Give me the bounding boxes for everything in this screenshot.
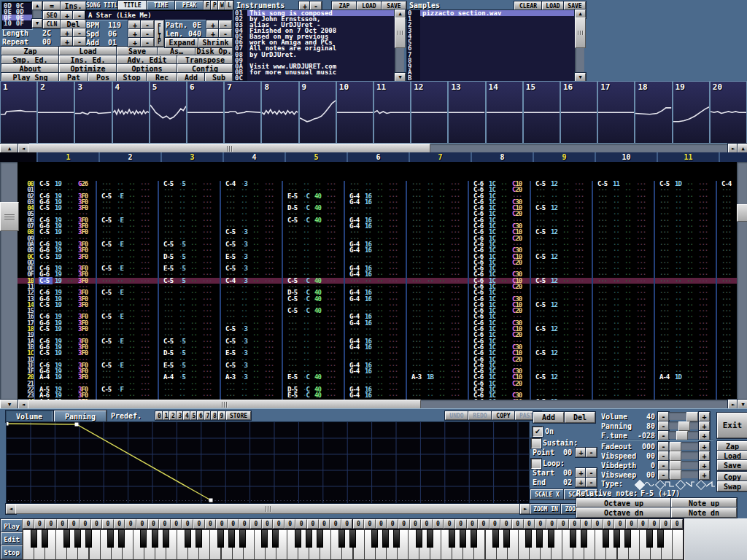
pattern-row[interactable]: 0FG-619··3F0····························…: [0, 271, 747, 277]
length-minus-button[interactable]: -: [73, 28, 86, 37]
piano-black-key[interactable]: [349, 529, 356, 548]
record-digit[interactable]: 0: [250, 519, 262, 529]
piano-black-key[interactable]: [196, 529, 202, 548]
record-digit[interactable]: 0: [433, 519, 444, 529]
stop-button[interactable]: Stop: [1, 545, 23, 559]
pattern-row[interactable]: 1D······································…: [0, 357, 747, 362]
slider-thumb[interactable]: [686, 412, 698, 421]
vibrato-ramp-up-option[interactable]: [696, 480, 706, 490]
piano-black-key[interactable]: [85, 529, 92, 548]
slider-plus-button[interactable]: +: [699, 412, 710, 421]
channel-scope-6[interactable]: 6: [187, 81, 224, 144]
expand-button[interactable]: Expand: [165, 38, 199, 47]
piano-black-key[interactable]: [63, 529, 70, 548]
slider-minus-button[interactable]: -: [658, 412, 669, 421]
record-digit[interactable]: 0: [478, 519, 489, 529]
zoom-in-button[interactable]: ZOOM IN: [530, 504, 561, 514]
record-digit[interactable]: 0: [603, 519, 615, 529]
pattern-row[interactable]: 22A-519··3F0C-5·F·······················…: [0, 386, 747, 392]
instrument-scroll-thumb[interactable]: [395, 18, 406, 48]
channel-scope-4[interactable]: 4: [112, 81, 150, 144]
envelope-canvas[interactable]: [6, 421, 530, 504]
record-digit[interactable]: 0: [193, 519, 205, 529]
shrink-button[interactable]: Shrink: [198, 38, 233, 47]
channel-scope-1[interactable]: 1: [0, 81, 37, 144]
piano-black-key[interactable]: [382, 529, 389, 548]
piano-black-key[interactable]: [471, 529, 477, 548]
envelope-scroll-thumb[interactable]: [15, 504, 521, 514]
record-digit[interactable]: 0: [626, 519, 638, 529]
record-digit[interactable]: 0: [171, 519, 182, 529]
channel-header-7[interactable]: 7: [409, 152, 471, 162]
piano-black-key[interactable]: [646, 529, 653, 548]
record-digit[interactable]: 0: [489, 519, 501, 529]
save-instrument-button[interactable]: Save: [717, 460, 747, 470]
cln-button[interactable]: CLN: [43, 20, 61, 28]
piano-black-key[interactable]: [228, 529, 235, 548]
pattern-row[interactable]: 13G-619··3F0····························…: [0, 296, 747, 302]
channel-scope-10[interactable]: 10: [336, 81, 374, 144]
piano-black-key[interactable]: [581, 529, 587, 548]
pattern-row[interactable]: 15······································…: [0, 308, 747, 314]
record-digit[interactable]: 0: [57, 519, 69, 529]
pattern-row[interactable]: 21······································…: [0, 381, 747, 386]
record-digit[interactable]: 0: [569, 519, 581, 529]
channel-header-1[interactable]: 1: [36, 152, 98, 162]
record-digit[interactable]: 0: [524, 519, 535, 529]
slider-thumb[interactable]: [678, 421, 690, 431]
pattern-top-scrollbar[interactable]: ▲ ◄ ► ▲: [0, 144, 747, 152]
start-minus-button[interactable]: -: [586, 468, 597, 478]
piano-black-key[interactable]: [217, 529, 224, 548]
pattern-row[interactable]: 09······································…: [0, 236, 747, 241]
record-digit[interactable]: 0: [455, 519, 467, 529]
piano-black-key[interactable]: [295, 529, 301, 548]
record-digit[interactable]: 0: [535, 519, 546, 529]
piano-black-key[interactable]: [185, 529, 191, 548]
slider-thumb[interactable]: [670, 442, 681, 451]
sample-list-item[interactable]: 9: [407, 63, 575, 69]
exit-button[interactable]: Exit: [717, 413, 747, 438]
sample-list-item[interactable]: 6: [407, 45, 575, 51]
channel-header-4[interactable]: 4: [222, 152, 285, 162]
piano-black-key[interactable]: [140, 529, 147, 548]
pattern-row[interactable]: 0AC-619··3F0C-5·E·····C-5·5·····C-5·3···…: [0, 241, 747, 247]
vibrato-ramp-down-option[interactable]: [676, 480, 686, 490]
sample-list-item[interactable]: 8: [407, 58, 575, 63]
order-down-icon[interactable]: ▼: [32, 19, 42, 28]
pattern-row[interactable]: 00C-519··G26··········C-5·5·····C-4·3···…: [0, 181, 747, 187]
channel-scope-8[interactable]: 8: [261, 81, 298, 144]
length-plus-button[interactable]: +: [61, 28, 74, 37]
record-digit-row[interactable]: 0000000000000000000000000000000000000000…: [23, 519, 683, 529]
record-digit[interactable]: 0: [205, 519, 217, 529]
piano-black-key[interactable]: [460, 529, 466, 548]
channel-scope-18[interactable]: 18: [635, 81, 672, 144]
predef-9-button[interactable]: 9: [218, 411, 226, 420]
record-digit[interactable]: 0: [45, 519, 57, 529]
piano-black-key[interactable]: [657, 529, 664, 548]
piano-black-key[interactable]: [74, 529, 81, 548]
piano-black-key[interactable]: [239, 529, 246, 548]
slider-minus-button[interactable]: -: [658, 470, 669, 480]
pattern-bottom-scrollbar[interactable]: ▼ ◄ ► ▼: [0, 400, 747, 408]
sustain-checkbox[interactable]: [531, 438, 541, 448]
slider-plus-button[interactable]: +: [699, 461, 710, 470]
piano-black-key[interactable]: [371, 529, 378, 548]
record-digit[interactable]: 0: [34, 519, 46, 529]
record-digit[interactable]: 0: [387, 519, 398, 529]
piano-black-key[interactable]: [536, 529, 543, 548]
record-digit[interactable]: 0: [557, 519, 569, 529]
slider-minus-button[interactable]: -: [658, 442, 669, 451]
record-digit[interactable]: 0: [398, 519, 410, 529]
channel-scope-3[interactable]: 3: [74, 81, 112, 144]
piano-black-key[interactable]: [393, 529, 400, 548]
pattern-row[interactable]: 01······································…: [0, 187, 747, 192]
pattern-vscroll-left-thumb[interactable]: [0, 202, 19, 231]
record-digit[interactable]: 0: [125, 519, 136, 529]
channel-scope-7[interactable]: 7: [224, 81, 261, 144]
record-digit[interactable]: 0: [216, 519, 228, 529]
ins-button[interactable]: Ins.: [61, 1, 86, 10]
pattern-row[interactable]: 12C-619··3F0C-5·E·······················…: [0, 289, 747, 295]
seq-button[interactable]: SEQ: [43, 11, 61, 20]
record-digit[interactable]: 0: [649, 519, 660, 529]
vibrato-sine-option[interactable]: [635, 480, 645, 490]
